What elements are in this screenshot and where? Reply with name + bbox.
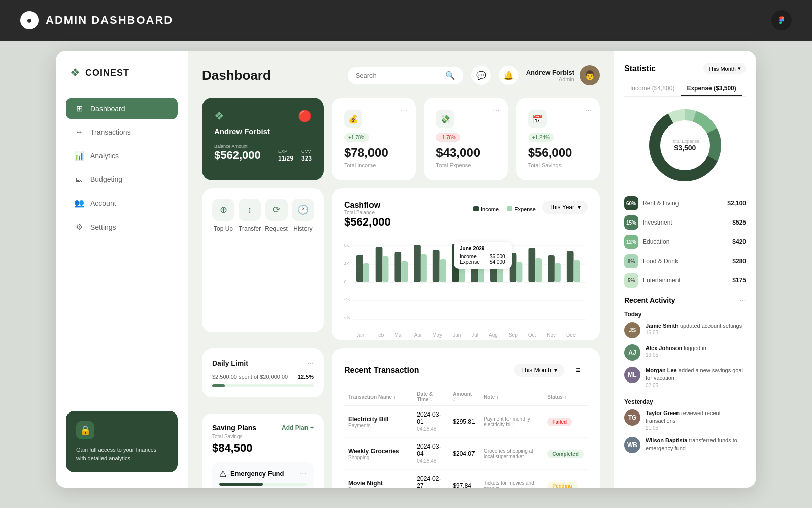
cashflow-period-button[interactable]: This Year ▾ <box>542 201 588 214</box>
income-more-button[interactable]: ··· <box>401 106 408 115</box>
expense-legend-dot <box>507 206 512 211</box>
donut-chart: Total Expense $3,500 <box>645 105 726 186</box>
header-right: 🔍 💬 🔔 Andrew Forbist Admin 👨 <box>348 65 600 85</box>
sidebar-item-settings[interactable]: ⚙ Settings <box>66 216 178 238</box>
emergency-more-button[interactable]: ··· <box>300 469 307 479</box>
activity-text-wilson: Wilson Baptista transferred funds to eme… <box>646 437 746 453</box>
education-dot: 12% <box>624 235 638 249</box>
transactions-table: Transaction Name ↕ Date & Time ↕ Amount … <box>344 388 588 488</box>
svg-rect-32 <box>567 251 574 282</box>
tooltip-expense-label: Expense <box>460 259 480 265</box>
month-mar: Mar <box>394 332 403 338</box>
transactions-card: Recent Transaction This Month ▾ ≡ Transa… <box>332 348 600 488</box>
svg-rect-15 <box>401 261 408 282</box>
limit-more-button[interactable]: ··· <box>307 359 314 368</box>
cashflow-chart: June 2029 Income $6,000 Expense $4,000 8… <box>344 237 588 328</box>
card-exp-cvv: EXP 11/29 CVV 323 <box>278 149 312 162</box>
exp-label: EXP <box>278 149 293 154</box>
request-button[interactable]: ⟳ Request <box>265 199 288 322</box>
income-legend-dot <box>473 206 479 211</box>
account-icon: 👥 <box>74 198 84 208</box>
right-panel: Statistic This Month ▾ Income ($4,800) E… <box>614 51 756 488</box>
statistic-period-button[interactable]: This Month ▾ <box>703 63 746 74</box>
tx-name-2: Movie Night <box>348 480 409 487</box>
transaction-title: Recent Transaction <box>344 366 419 375</box>
activity-text-taylor: Taylor Green reviewed recent transaction… <box>646 409 746 425</box>
col-amount: Amount ↕ <box>449 388 480 406</box>
activity-text-alex: Alex Johnson logged in <box>646 344 706 352</box>
sidebar-promo: 🔒 Gain full access to your finances with… <box>66 411 178 472</box>
sidebar-item-dashboard[interactable]: ⊞ Dashboard <box>66 98 178 119</box>
donut-chart-wrapper: Total Expense $3,500 <box>624 105 746 186</box>
svg-rect-17 <box>421 254 427 282</box>
savings-icon: 📅 <box>528 110 547 128</box>
month-nov: Nov <box>547 332 556 338</box>
svg-text:8K: 8K <box>344 242 349 248</box>
sidebar-item-budgeting[interactable]: 🗂 Budgeting <box>66 169 178 190</box>
chat-button[interactable]: 💬 <box>471 66 491 85</box>
tx-note-1: Groceries shopping at local supermarket <box>480 438 543 470</box>
sidebar-item-transactions-label: Transactions <box>90 128 131 136</box>
tx-date-1: 2024-03-0404:28:48 <box>413 438 449 470</box>
main-container: ❖ COINEST ⊞ Dashboard ↔ Transactions 📊 A… <box>56 51 756 488</box>
search-input[interactable] <box>356 72 441 79</box>
activity-more-button[interactable]: ··· <box>739 296 746 305</box>
col-date: Date & Time ↕ <box>413 388 449 406</box>
history-button[interactable]: 🕐 History <box>292 199 314 322</box>
tooltip-income-row: Income $6,000 <box>460 253 505 259</box>
month-jul: Jul <box>471 332 478 338</box>
topup-button[interactable]: ⊕ Top Up <box>212 199 234 322</box>
transfer-button[interactable]: ↕ Transfer <box>239 199 261 322</box>
tx-status-2: Pending <box>547 482 577 488</box>
tx-date-0: 2024-03-0104:28:48 <box>413 406 449 438</box>
search-box[interactable]: 🔍 <box>348 67 463 84</box>
month-oct: Oct <box>528 332 536 338</box>
food-amount: $280 <box>732 258 746 265</box>
expense-entertainment: 5% Entertainment $175 <box>624 273 746 288</box>
total-savings-card: ··· 📅 +1.24% $56,000 Total Savings <box>516 98 600 180</box>
topup-label: Top Up <box>214 225 233 232</box>
emergency-fill <box>219 483 263 486</box>
notification-button[interactable]: 🔔 <box>499 66 518 85</box>
avatar-alex: AJ <box>624 344 640 361</box>
tx-amount-0: $295.81 <box>449 406 480 438</box>
tab-expense[interactable]: Expense ($3,500) <box>681 82 742 96</box>
activity-morgan: ML Morgan Lee added a new savings goal f… <box>624 367 746 388</box>
topup-icon: ⊕ <box>212 199 234 221</box>
tab-income[interactable]: Income ($4,800) <box>624 82 681 96</box>
activity-title: Recent Activity <box>624 296 675 304</box>
transaction-controls: This Month ▾ ≡ <box>514 361 588 380</box>
transaction-period-button[interactable]: This Month ▾ <box>514 364 564 377</box>
add-icon: + <box>310 424 314 431</box>
limit-progress-fill <box>212 384 225 387</box>
user-info: Andrew Forbist Admin 👨 <box>526 65 600 85</box>
tx-note-0: Payment for monthly electricity bill <box>480 406 543 438</box>
expense-education: 12% Education $420 <box>624 235 746 249</box>
sidebar-item-transactions[interactable]: ↔ Transactions <box>66 121 178 143</box>
svg-rect-18 <box>433 250 440 282</box>
brand-icon: ❖ <box>70 66 80 79</box>
search-icon: 🔍 <box>445 71 455 80</box>
page-title: Dashboard <box>202 68 271 83</box>
avatar-jamie: JS <box>624 322 640 338</box>
expense-food: 8% Food & Drink $280 <box>624 254 746 268</box>
savings-more-button[interactable]: ··· <box>585 106 592 115</box>
bottom-row: Daily Limit ··· $2,500.00 spent of $20,0… <box>202 348 600 488</box>
savings-value: $56,000 <box>528 146 588 160</box>
tx-status-1: Completed <box>547 450 584 458</box>
expense-more-button[interactable]: ··· <box>493 106 499 115</box>
chevron-down-icon: ▾ <box>578 204 581 211</box>
avatar[interactable]: 👨 <box>580 65 600 85</box>
action-buttons-row: ⊕ Top Up ↕ Transfer ⟳ Request 🕐 History <box>202 188 324 332</box>
transactions-icon: ↔ <box>74 128 84 137</box>
filter-button[interactable]: ≡ <box>568 361 588 380</box>
investment-dot: 15% <box>624 215 638 230</box>
expense-investment: 15% Investment $525 <box>624 215 746 230</box>
svg-text:-4K: -4K <box>344 296 350 302</box>
request-icon: ⟳ <box>265 199 288 221</box>
sidebar-item-analytics[interactable]: 📊 Analytics <box>66 145 178 167</box>
statistic-title: Statistic <box>624 64 656 73</box>
sidebar-item-account[interactable]: 👥 Account <box>66 192 178 214</box>
daily-limit-card: Daily Limit ··· $2,500.00 spent of $20,0… <box>202 348 324 397</box>
add-plan-button[interactable]: Add Plan + <box>282 424 314 431</box>
